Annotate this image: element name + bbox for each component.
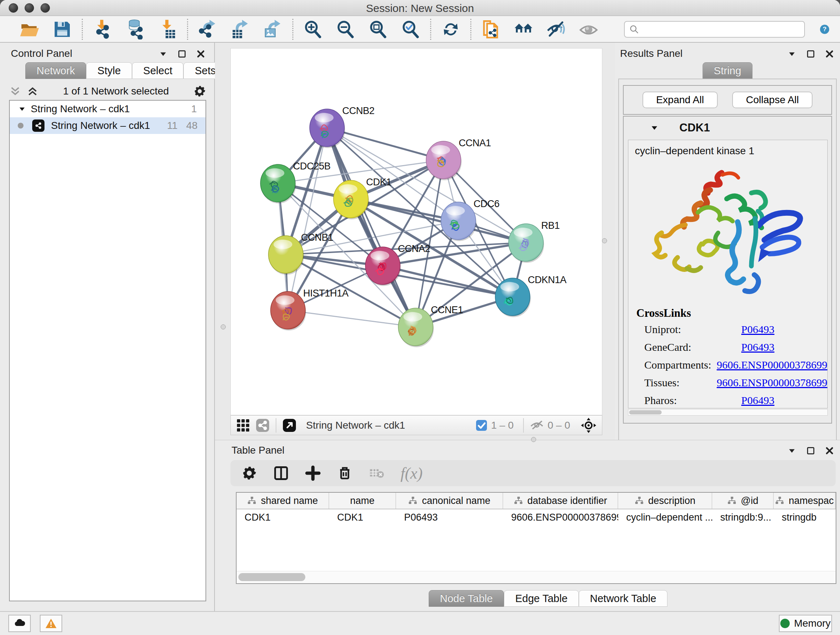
open-in-window-icon[interactable] <box>282 418 297 432</box>
crosslink-link[interactable]: 9606.ENSP00000378699 <box>717 377 827 389</box>
gear-icon[interactable] <box>193 85 206 98</box>
network-node-ccne1[interactable] <box>398 308 434 346</box>
float-panel-icon[interactable] <box>806 446 815 455</box>
table-cell[interactable]: CDK1 <box>329 509 396 525</box>
zoom-fit-icon[interactable] <box>368 19 388 40</box>
tab-string[interactable]: String <box>703 62 752 79</box>
network-node-rb1[interactable] <box>508 223 544 262</box>
column-header--id[interactable]: @id <box>712 493 774 509</box>
table-cell[interactable]: CDK1 <box>237 509 329 525</box>
memory-button[interactable]: Memory <box>779 615 832 632</box>
home-neighbors-icon[interactable] <box>513 19 534 40</box>
table-cell[interactable]: stringdb <box>774 509 836 525</box>
crosslink-link[interactable]: P06493 <box>741 323 775 336</box>
tree-expand-icon[interactable] <box>18 105 27 113</box>
add-column-icon[interactable] <box>305 465 321 481</box>
tab-style[interactable]: Style <box>86 62 132 79</box>
network-share-icon[interactable] <box>256 418 270 432</box>
network-canvas[interactable]: CCNB2 CCNA1 CDC25B C <box>231 48 602 415</box>
delete-column-trash-icon[interactable] <box>337 465 353 481</box>
results-horizontal-scrollbar[interactable] <box>628 409 828 416</box>
crosslink-link[interactable]: 9606.ENSP00000378699 <box>717 359 827 371</box>
birdseye-grid-icon[interactable] <box>236 418 250 432</box>
column-header-canonical-name[interactable]: canonical name <box>396 493 503 509</box>
warnings-button[interactable] <box>40 615 62 632</box>
expand-all-icon[interactable] <box>27 85 39 97</box>
network-node-cdc6[interactable] <box>440 202 477 240</box>
float-panel-icon[interactable] <box>806 49 815 59</box>
network-node-cdkn1a[interactable] <box>494 278 531 316</box>
float-panel-icon[interactable] <box>177 49 187 59</box>
open-folder-icon[interactable] <box>19 19 40 40</box>
column-header-name[interactable]: name <box>329 493 396 509</box>
document-share-icon[interactable] <box>481 19 501 40</box>
selected-checkbox-icon[interactable] <box>476 420 487 431</box>
network-collection-row[interactable]: String Network – cdk1 1 <box>10 101 205 117</box>
bottom-splitter-handle[interactable] <box>531 437 536 442</box>
function-builder-icon[interactable]: f(x) <box>401 464 423 483</box>
collection-name: String Network – cdk1 <box>31 103 130 115</box>
expand-all-button[interactable]: Expand All <box>643 92 718 108</box>
export-image-icon[interactable] <box>263 19 283 40</box>
export-table-icon[interactable] <box>230 19 250 40</box>
tab-network-table[interactable]: Network Table <box>579 590 668 607</box>
export-network-icon[interactable] <box>197 19 218 40</box>
close-panel-icon[interactable] <box>196 49 205 59</box>
collapse-panel-icon[interactable] <box>158 49 168 59</box>
zoom-selected-icon[interactable] <box>401 19 421 40</box>
network-node-ccna1[interactable] <box>425 141 462 179</box>
tab-node-table[interactable]: Node Table <box>429 590 504 607</box>
close-panel-icon[interactable] <box>825 49 834 59</box>
table-cell[interactable]: P06493 <box>396 509 503 525</box>
column-header-description[interactable]: description <box>618 493 712 509</box>
collapse-all-button[interactable]: Collapse All <box>732 92 813 108</box>
import-network-icon[interactable] <box>92 19 112 40</box>
save-icon[interactable] <box>52 19 73 40</box>
collapse-all-icon[interactable] <box>9 85 21 97</box>
crosslink-link[interactable]: P06493 <box>741 341 775 353</box>
hidden-eye-icon[interactable] <box>530 418 544 432</box>
import-database-icon[interactable] <box>125 19 145 40</box>
cloud-status-button[interactable] <box>8 615 31 632</box>
search-input[interactable] <box>642 24 800 35</box>
table-horizontal-scrollbar[interactable] <box>237 571 836 583</box>
gene-section-header[interactable]: CDK1 <box>624 117 831 139</box>
table-cell[interactable]: stringdb:9... <box>712 509 774 525</box>
search-box[interactable] <box>624 21 805 38</box>
column-header-shared-name[interactable]: shared name <box>237 493 329 509</box>
collapse-panel-icon[interactable] <box>787 446 797 455</box>
section-collapse-icon[interactable] <box>650 123 659 133</box>
control-panel-title: Control Panel <box>11 48 73 59</box>
right-splitter-handle[interactable] <box>602 238 607 243</box>
show-eye-icon[interactable] <box>578 19 599 40</box>
crosslink-link[interactable]: P06493 <box>741 394 775 407</box>
network-node-ccna2[interactable] <box>365 247 401 285</box>
help-icon[interactable]: ? <box>819 19 830 40</box>
network-node-cdk1[interactable] <box>333 180 369 218</box>
delete-table-icon[interactable] <box>369 465 385 481</box>
table-cell[interactable]: 9606.ENSP00000378699 <box>503 509 618 525</box>
show-columns-icon[interactable] <box>273 465 289 481</box>
table-row[interactable]: CDK1CDK1P064939606.ENSP00000378699cyclin… <box>237 509 836 525</box>
zoom-in-icon[interactable] <box>303 19 323 40</box>
tab-select[interactable]: Select <box>132 62 184 79</box>
column-header-namespac[interactable]: namespac <box>774 493 836 509</box>
zoom-out-icon[interactable] <box>335 19 355 40</box>
close-panel-icon[interactable] <box>825 446 834 455</box>
fit-content-crosshair-icon[interactable] <box>580 417 597 434</box>
import-table-icon[interactable] <box>157 19 178 40</box>
network-node-ccnb1[interactable] <box>268 235 304 274</box>
table-cell[interactable]: cyclin–dependent ... <box>618 509 712 525</box>
network-node-hist1h1a[interactable] <box>270 291 306 329</box>
hide-selected-icon[interactable] <box>546 19 566 40</box>
tab-edge-table[interactable]: Edge Table <box>504 590 579 607</box>
network-node-cdc25b[interactable] <box>260 164 296 203</box>
network-row-selected[interactable]: String Network – cdk1 11 48 <box>10 117 205 134</box>
table-settings-gear-icon[interactable] <box>241 465 257 481</box>
left-splitter-handle[interactable] <box>221 325 226 329</box>
collapse-panel-icon[interactable] <box>787 49 797 59</box>
tab-network[interactable]: Network <box>25 62 86 79</box>
network-node-ccnb2[interactable] <box>309 109 345 147</box>
column-header-database-identifier[interactable]: database identifier <box>503 493 618 509</box>
refresh-icon[interactable] <box>441 19 461 40</box>
